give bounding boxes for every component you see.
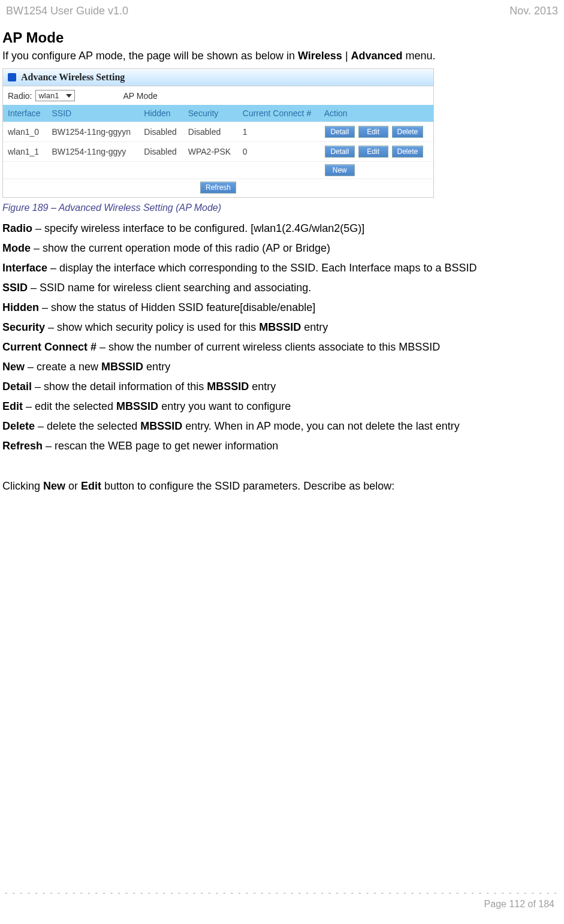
refresh-button[interactable]: Refresh (200, 182, 236, 194)
follow-mid: or (65, 480, 81, 492)
def-desc: – SSID name for wireless client searchin… (28, 282, 311, 294)
cell-security: Disabled (183, 122, 238, 142)
delete-button[interactable]: Delete (392, 126, 424, 138)
radio-label: Radio: (8, 91, 32, 101)
delete-button[interactable]: Delete (392, 146, 424, 158)
def-delete: Delete – delete the selected MBSSID entr… (2, 418, 562, 434)
def-refresh: Refresh – rescan the WEB page to get new… (2, 438, 562, 454)
radio-select-value: wlan1 (38, 91, 59, 100)
figure-caption: Figure 189 – Advanced Wireless Setting (… (2, 203, 562, 213)
def-term: New (2, 361, 25, 373)
def-term: Detail (2, 381, 32, 392)
def-ssid: SSID – SSID name for wireless client sea… (2, 280, 562, 296)
def-desc: – show which security policy is used for… (45, 321, 259, 333)
ssid-table: Interface SSID Hidden Security Current C… (3, 105, 433, 179)
def-desc: – show the status of Hidden SSID feature… (39, 301, 315, 313)
col-interface: Interface (3, 105, 47, 122)
intro-bold-wireless: Wireless (298, 50, 342, 62)
def-suffix: entry you want to configure (158, 400, 291, 412)
intro-suffix: menu. (403, 50, 436, 62)
follow-bold-edit: Edit (81, 480, 101, 492)
col-ssid: SSID (47, 105, 139, 122)
follow-paragraph: Clicking New or Edit button to configure… (2, 478, 562, 494)
def-desc: – delete the selected (35, 420, 140, 432)
def-bold: MBSSID (101, 361, 143, 373)
detail-button[interactable]: Detail (325, 146, 355, 158)
cell-hidden: Disabled (139, 122, 183, 142)
cell-connect: 0 (238, 142, 319, 162)
def-suffix: entry (249, 381, 276, 392)
def-hidden: Hidden – show the status of Hidden SSID … (2, 300, 562, 316)
def-interface: Interface – display the interface which … (2, 260, 562, 276)
def-desc: – show the current operation mode of thi… (31, 242, 330, 254)
page-footer: - - - - - - - - - - - - - - - - - - - - … (0, 888, 564, 910)
def-term: Current Connect # (2, 341, 96, 353)
definition-list: Radio – specify wireless interface to be… (2, 221, 562, 454)
cell-action: Detail Edit Delete (319, 122, 433, 142)
header-right: Nov. 2013 (509, 5, 558, 17)
def-new: New – create a new MBSSID entry (2, 359, 562, 375)
cell-interface: wlan1_1 (3, 142, 47, 162)
radio-select[interactable]: wlan1 (35, 90, 75, 101)
def-bold: MBSSID (140, 420, 182, 432)
def-term: Delete (2, 420, 35, 432)
cell-interface: wlan1_0 (3, 122, 47, 142)
def-suffix: entry. When in AP mode, you can not dele… (182, 420, 460, 432)
col-connect: Current Connect # (238, 105, 319, 122)
table-row: wlan1_1 BW1254-11ng-ggyy Disabled WPA2-P… (3, 142, 433, 162)
page-content: AP Mode If you configure AP mode, the pa… (1, 29, 563, 494)
def-radio: Radio – specify wireless interface to be… (2, 221, 562, 237)
def-edit: Edit – edit the selected MBSSID entry yo… (2, 398, 562, 415)
cell-connect: 1 (238, 122, 319, 142)
intro-text: If you configure AP mode, the page will … (2, 50, 298, 62)
table-header-row: Interface SSID Hidden Security Current C… (3, 105, 433, 122)
def-term: Hidden (2, 301, 39, 313)
col-hidden: Hidden (139, 105, 183, 122)
def-bold: MBSSID (207, 381, 249, 392)
def-bold: MBSSID (259, 321, 301, 333)
def-suffix: entry (143, 361, 170, 373)
page-header: BW1254 User Guide v1.0 Nov. 2013 (1, 0, 563, 29)
col-action: Action (319, 105, 433, 122)
window-titlebar: Advance Wireless Setting (3, 69, 433, 86)
detail-button[interactable]: Detail (325, 126, 355, 138)
table-new-row: New (3, 162, 433, 179)
def-detail: Detail – show the detail information of … (2, 379, 562, 395)
def-desc: – show the number of current wireless cl… (96, 341, 440, 353)
table-row: wlan1_0 BW1254-11ng-ggyyn Disabled Disab… (3, 122, 433, 142)
intro-paragraph: If you configure AP mode, the page will … (2, 50, 562, 62)
window-icon (8, 73, 16, 81)
def-desc: – show the detail information of this (32, 381, 207, 392)
cell-ssid: BW1254-11ng-ggyyn (47, 122, 139, 142)
mode-text: AP Mode (123, 91, 157, 101)
def-desc: – rescan the WEB page to get newer infor… (43, 440, 278, 452)
new-button[interactable]: New (325, 164, 355, 176)
window-title: Advance Wireless Setting (21, 72, 125, 83)
cell-ssid: BW1254-11ng-ggyy (47, 142, 139, 162)
header-left: BW1254 User Guide v1.0 (6, 5, 128, 17)
section-title: AP Mode (2, 29, 562, 46)
def-mode: Mode – show the current operation mode o… (2, 240, 562, 256)
def-desc: – edit the selected (23, 400, 116, 412)
def-term: Edit (2, 400, 23, 412)
radio-row: Radio: wlan1 AP Mode (3, 86, 433, 105)
def-suffix: entry (301, 321, 328, 333)
footer-divider: - - - - - - - - - - - - - - - - - - - - … (5, 888, 559, 898)
follow-suffix: button to configure the SSID parameters.… (101, 480, 394, 492)
col-security: Security (183, 105, 238, 122)
def-term: SSID (2, 282, 28, 294)
intro-bold-advanced: Advanced (351, 50, 403, 62)
def-current-connect: Current Connect # – show the number of c… (2, 339, 562, 355)
follow-bold-new: New (43, 480, 65, 492)
def-desc: – specify wireless interface to be confi… (32, 222, 364, 234)
edit-button[interactable]: Edit (358, 126, 388, 138)
def-bold: MBSSID (116, 400, 158, 412)
cell-action: Detail Edit Delete (319, 142, 433, 162)
def-desc: – create a new (25, 361, 101, 373)
intro-sep: | (342, 50, 351, 62)
cell-security: WPA2-PSK (183, 142, 238, 162)
follow-prefix: Clicking (2, 480, 43, 492)
page-number: Page 112 of 184 (5, 898, 559, 910)
edit-button[interactable]: Edit (358, 146, 388, 158)
cell-hidden: Disabled (139, 142, 183, 162)
